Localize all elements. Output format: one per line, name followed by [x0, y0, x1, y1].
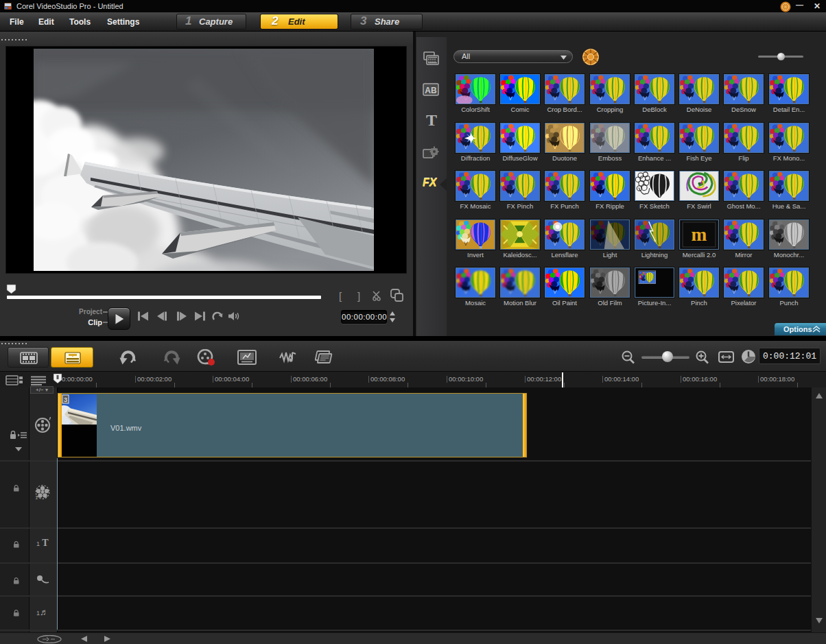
- svg-text:AB: AB: [425, 86, 437, 95]
- svg-text:1: 1: [35, 494, 38, 501]
- svg-text:m: m: [692, 224, 707, 245]
- svg-text:3: 3: [64, 396, 67, 403]
